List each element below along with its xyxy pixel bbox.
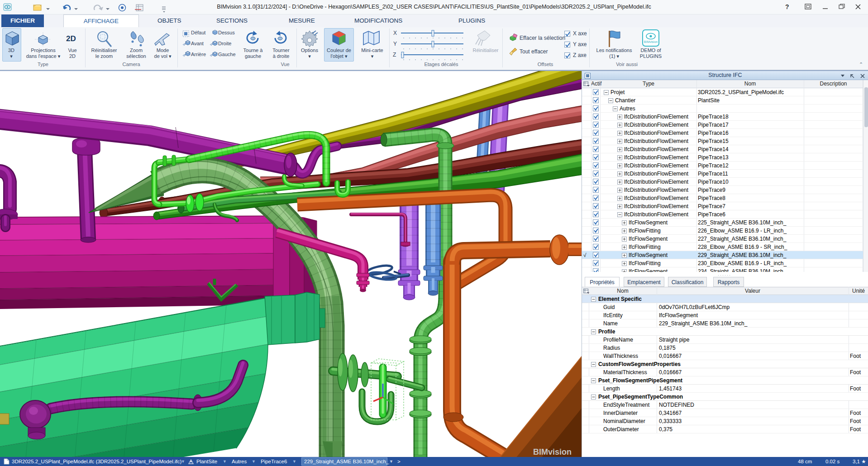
svg-text:BIMvision: BIMvision	[533, 447, 572, 456]
svg-text:BIMvision: BIMvision	[644, 40, 658, 43]
